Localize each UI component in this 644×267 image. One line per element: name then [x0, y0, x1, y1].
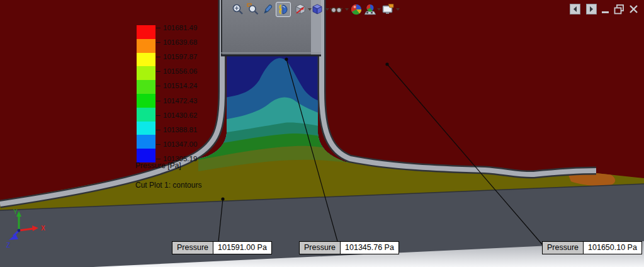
legend-segment [137, 94, 155, 108]
legend-title: Pressure [Pa] [135, 161, 181, 170]
anchor-dot-1 [221, 197, 224, 200]
callout-label: Pressure [543, 242, 584, 254]
heads-up-toolbar [0, 0, 644, 19]
pressure-callout-1[interactable]: Pressure 101591.00 Pa [172, 241, 272, 254]
legend-value: 101681.49 [163, 24, 197, 32]
zoom-to-area-icon[interactable] [247, 3, 259, 16]
legend-tick [156, 57, 161, 57]
view-settings-dropdown[interactable] [396, 8, 400, 11]
legend-tick [156, 28, 161, 28]
legend-value: 101597.87 [163, 53, 197, 61]
triad-origin [18, 229, 21, 232]
legend-value: 101472.43 [163, 97, 197, 105]
y-axis-label: Y [13, 208, 18, 215]
legend-segment [137, 149, 155, 162]
zoom-to-fit-icon[interactable] [232, 3, 244, 16]
anchor-dot-3 [385, 62, 388, 65]
anchor-dot-2 [285, 57, 288, 60]
legend-value: 101430.62 [163, 111, 197, 120]
callout-label: Pressure [172, 242, 213, 254]
view-settings-icon[interactable] [381, 3, 394, 16]
legend-value: 101639.68 [163, 38, 197, 47]
view-orientation-icon[interactable] [294, 3, 307, 16]
legend-value: 101556.06 [163, 67, 197, 76]
legend-tick [156, 86, 161, 86]
hide-show-dropdown[interactable] [345, 8, 349, 11]
apply-scene-icon[interactable] [364, 3, 376, 16]
next-window-button[interactable] [586, 4, 597, 14]
pressure-legend[interactable]: 101681.49 101639.68 101597.87 101556.06 … [135, 24, 217, 164]
rotate-view-icon[interactable] [261, 3, 274, 16]
legend-tick [156, 159, 161, 159]
section-view-icon[interactable] [276, 2, 291, 17]
legend-value: 101388.81 [163, 126, 197, 134]
legend-segment [137, 80, 155, 94]
legend-tick [156, 42, 161, 43]
pressure-callout-2[interactable]: Pressure 101345.76 Pa [299, 241, 399, 254]
legend-tick [156, 144, 161, 145]
previous-window-button[interactable] [570, 4, 580, 14]
z-axis-label: Z [6, 242, 10, 249]
x-axis-label: X [41, 225, 45, 232]
legend-segment [137, 39, 155, 53]
cut-plot-caption: Cut Plot 1: contours [135, 181, 201, 190]
callout-value: 101345.76 Pa [341, 242, 398, 254]
legend-segment [137, 108, 155, 122]
callout-value: 101650.10 Pa [584, 242, 641, 254]
close-button[interactable] [629, 4, 638, 14]
viewport[interactable]: Y X Z 101681.49 101639.68 101597.87 1015… [0, 0, 644, 267]
pressure-callout-3[interactable]: Pressure 101650.10 Pa [542, 241, 642, 254]
display-style-dropdown[interactable] [325, 8, 329, 11]
legend-segment [137, 135, 155, 149]
legend-value: 101347.00 [163, 140, 197, 149]
apply-scene-dropdown[interactable] [377, 8, 381, 11]
hide-show-items-icon[interactable] [330, 3, 342, 16]
minimize-button[interactable] [601, 4, 610, 14]
legend-segment [137, 122, 155, 135]
legend-segment [137, 66, 155, 80]
legend-value: 101514.24 [163, 82, 197, 90]
legend-segment [137, 53, 155, 67]
legend-tick [156, 101, 161, 101]
callout-label: Pressure [300, 242, 341, 254]
legend-tick [156, 130, 161, 130]
legend-tick [156, 71, 161, 72]
display-style-icon[interactable] [311, 3, 324, 16]
model-scene[interactable]: Y X Z [0, 0, 644, 267]
edit-appearance-icon[interactable] [350, 3, 363, 16]
legend-color-bar [137, 25, 155, 162]
callout-value: 101591.00 Pa [213, 242, 271, 254]
restore-button[interactable] [614, 4, 624, 14]
legend-tick [156, 115, 161, 116]
legend-segment [137, 25, 155, 39]
